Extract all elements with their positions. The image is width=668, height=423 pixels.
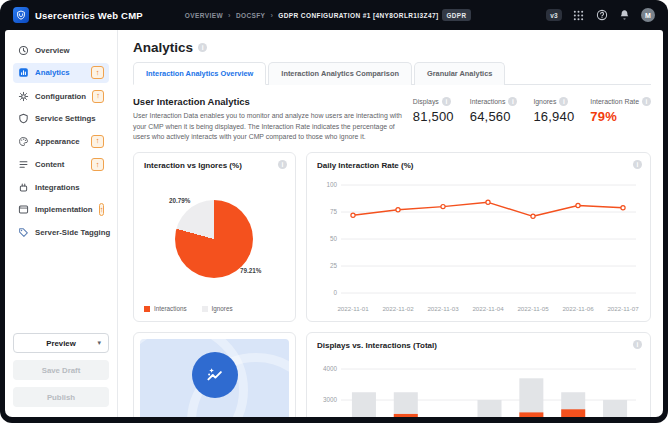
tab-interaction-analytics-comparison[interactable]: Interaction Analytics Comparison	[268, 62, 412, 85]
stat-value: 79%	[590, 109, 651, 124]
chevron-down-icon: ▾	[97, 339, 101, 347]
implementation-icon	[18, 204, 29, 215]
breadcrumb-item[interactable]: DOCSFY	[236, 12, 266, 19]
info-icon[interactable]: i	[508, 97, 517, 106]
svg-text:100: 100	[326, 181, 337, 188]
sidebar-nav: OverviewAnalytics↑Configuration↑Service …	[13, 41, 109, 333]
sidebar-item-service-settings[interactable]: Service Settings	[13, 110, 109, 128]
service-settings-icon	[18, 113, 29, 124]
publish-button[interactable]: Publish	[13, 387, 109, 407]
breadcrumb-item[interactable]: GDPR CONFIGURATION #1 [4NY8ORLR1I3Z47]	[278, 12, 438, 19]
stat-label-row: Ignoresi	[533, 97, 574, 106]
version-badge: v3	[546, 9, 562, 21]
info-icon[interactable]: i	[442, 97, 451, 106]
stat-label-row: Displaysi	[413, 97, 454, 106]
brand[interactable]: Usercentrics Web CMP	[13, 7, 143, 23]
sidebar-item-label: Analytics	[35, 68, 70, 77]
tab-interaction-analytics-overview[interactable]: Interaction Analytics Overview	[133, 62, 266, 85]
preview-button-label: Preview	[46, 339, 75, 348]
line-chart: 02550751002022-11-012022-11-022022-11-03…	[317, 173, 642, 319]
section-description: User Interaction Data enables you to mon…	[133, 111, 413, 143]
sidebar-item-analytics[interactable]: Analytics↑	[13, 63, 109, 83]
legend-label: Interactions	[154, 305, 187, 312]
promo-card[interactable]	[133, 332, 296, 417]
sidebar-item-appearance[interactable]: Appearance↑	[13, 131, 109, 151]
app-screenshot: Usercentrics Web CMP OVERVIEW›DOCSFY›GDP…	[0, 0, 668, 423]
usercentrics-logo-icon	[13, 7, 29, 23]
info-icon[interactable]: i	[642, 97, 651, 106]
svg-text:0: 0	[333, 289, 337, 296]
user-avatar[interactable]: M	[641, 8, 655, 22]
sidebar-item-server-side-tagging[interactable]: Server-Side Tagging	[13, 223, 109, 241]
legend-swatch	[144, 306, 150, 312]
save-draft-button[interactable]: Save Draft	[13, 360, 109, 380]
sidebar-item-label: Integrations	[35, 183, 80, 192]
upgrade-arrow-icon[interactable]: ↑	[99, 203, 105, 216]
apps-grid-icon[interactable]	[572, 9, 585, 22]
charts-grid: Interaction vs Ignores (%) i 79.21%20.79…	[133, 152, 651, 417]
stat-label: Interaction Rate	[590, 98, 639, 105]
sidebar-buttons: Preview ▾ Save Draft Publish	[13, 333, 109, 407]
bar-chart: 40003000	[317, 353, 642, 417]
sidebar-item-overview[interactable]: Overview	[13, 41, 109, 59]
sidebar-item-label: Overview	[35, 46, 70, 55]
stat-label-row: Interaction Ratei	[590, 97, 651, 106]
info-icon[interactable]: i	[633, 160, 642, 169]
config-type-badge: GDPR	[442, 9, 472, 21]
info-icon[interactable]: i	[633, 340, 642, 349]
svg-text:2022-11-06: 2022-11-06	[562, 305, 594, 312]
sidebar-item-label: Configuration	[35, 92, 86, 101]
stats-row: Displaysi81,500Interactionsi64,560Ignore…	[413, 96, 651, 143]
svg-text:4000: 4000	[323, 365, 338, 372]
line-chart-title: Daily Interaction Rate (%)	[317, 161, 640, 170]
stat-label: Interactions	[470, 98, 506, 105]
sidebar-item-implementation[interactable]: Implementation↑	[13, 200, 109, 220]
sidebar-item-label: Content	[35, 160, 64, 169]
upgrade-arrow-icon[interactable]: ↑	[92, 90, 104, 103]
bar-chart-card: Displays vs. Interactions (Total) i 4000…	[306, 332, 651, 417]
brand-name: Usercentrics Web CMP	[35, 10, 143, 21]
content-icon	[18, 159, 29, 170]
svg-text:3000: 3000	[323, 396, 338, 403]
info-icon[interactable]: i	[278, 160, 287, 169]
line-chart-card: Daily Interaction Rate (%) i 02550751002…	[306, 152, 651, 322]
stat-label-row: Interactionsi	[470, 97, 518, 106]
tab-granular-analytics[interactable]: Granular Analytics	[414, 62, 505, 85]
app-window: OverviewAnalytics↑Configuration↑Service …	[5, 30, 663, 417]
upgrade-arrow-icon[interactable]: ↑	[91, 135, 104, 148]
analytics-spark-icon	[192, 352, 238, 398]
info-icon[interactable]: i	[559, 97, 568, 106]
help-icon[interactable]	[595, 9, 608, 22]
upgrade-arrow-icon[interactable]: ↑	[91, 66, 104, 79]
sidebar-item-label: Server-Side Tagging	[35, 228, 110, 237]
sidebar: OverviewAnalytics↑Configuration↑Service …	[5, 30, 118, 417]
configuration-icon	[18, 91, 29, 102]
svg-text:2022-11-02: 2022-11-02	[382, 305, 414, 312]
svg-text:2022-11-07: 2022-11-07	[607, 305, 639, 312]
legend-swatch	[202, 306, 208, 312]
sidebar-item-label: Service Settings	[35, 114, 96, 123]
preview-button[interactable]: Preview ▾	[13, 333, 109, 353]
svg-text:2022-11-05: 2022-11-05	[517, 305, 549, 312]
main-content: Analytics i Interaction Analytics Overvi…	[118, 30, 663, 417]
legend-item-ignores: Ignores	[202, 305, 233, 312]
breadcrumb[interactable]: OVERVIEW›DOCSFY›GDPR CONFIGURATION #1 [4…	[185, 11, 439, 20]
section-intro: User Interaction Analytics User Interact…	[133, 96, 413, 143]
svg-text:2022-11-04: 2022-11-04	[472, 305, 504, 312]
stat-value: 81,500	[413, 109, 454, 124]
stat-value: 64,560	[470, 109, 518, 124]
stat-ignores: Ignoresi16,940	[533, 97, 574, 143]
bar-chart-title: Displays vs. Interactions (Total)	[317, 341, 640, 350]
pie-legend: InteractionsIgnores	[144, 305, 233, 312]
appearance-icon	[18, 136, 29, 147]
stat-label: Ignores	[533, 98, 556, 105]
breadcrumb-item[interactable]: OVERVIEW	[185, 12, 223, 19]
info-icon[interactable]: i	[198, 43, 207, 52]
upgrade-arrow-icon[interactable]: ↑	[91, 158, 104, 171]
overview-icon	[18, 45, 29, 56]
sidebar-item-configuration[interactable]: Configuration↑	[13, 86, 109, 106]
sidebar-item-integrations[interactable]: Integrations	[13, 178, 109, 196]
sidebar-item-content[interactable]: Content↑	[13, 155, 109, 175]
breadcrumb-separator: ›	[228, 11, 231, 20]
notifications-bell-icon[interactable]	[618, 9, 631, 22]
